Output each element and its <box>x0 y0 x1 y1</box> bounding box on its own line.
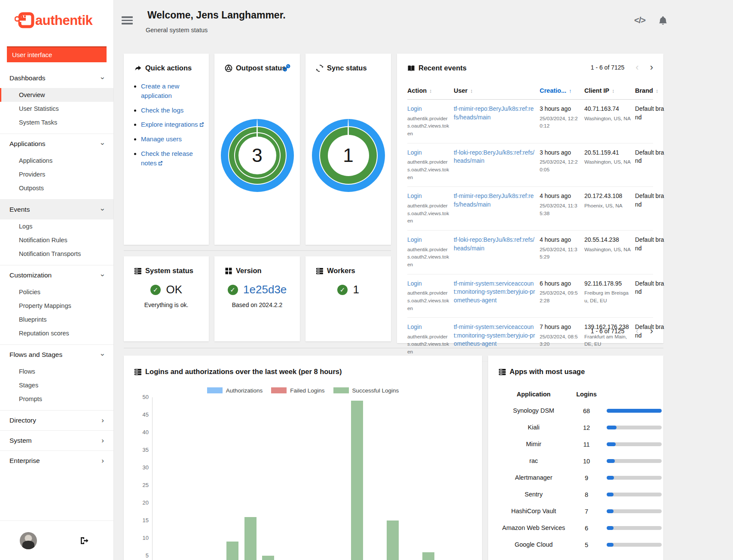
version-detail: Based on 2024.2.2 <box>214 301 300 308</box>
sidebar-section: Applications › Applications Providers Ou… <box>0 134 113 199</box>
quick-action-item: Check the logs <box>141 106 205 115</box>
sort-icon[interactable]: ↕ <box>656 88 658 94</box>
pagination-prev-icon[interactable]: ‹ <box>635 328 638 334</box>
events-table-header: Action↕User↕Creatio...↑Client IP↕Brand↕ <box>407 83 653 100</box>
workers-title: Workers <box>327 267 355 275</box>
sort-icon[interactable]: ↕ <box>470 88 473 94</box>
event-action-link[interactable]: Login <box>407 237 422 243</box>
sidebar-section-directory[interactable]: Directory › <box>0 411 113 430</box>
share-arrow-icon <box>134 64 142 72</box>
version-card: Version ✓ 1e25d3e Based on 2024.2.2 <box>214 256 300 341</box>
sidebar-item-outposts[interactable]: Outposts <box>0 181 113 195</box>
sidebar-section-flows-and-stages[interactable]: Flows and Stages › <box>0 345 113 365</box>
user-avatar[interactable] <box>20 532 37 549</box>
sidebar-section-events[interactable]: Events › <box>0 200 113 219</box>
sidebar-item-applications[interactable]: Applications <box>0 154 113 167</box>
column-header-user[interactable]: User↕ <box>454 83 536 99</box>
sidebar-section-dashboards[interactable]: Dashboards › <box>0 68 113 88</box>
y-tick-label: 10 <box>130 535 149 541</box>
sort-icon[interactable]: ↕ <box>612 88 614 94</box>
event-action-link[interactable]: Login <box>407 280 422 287</box>
sync-count: 1 <box>312 119 385 192</box>
apps-column-application: Application <box>495 391 572 398</box>
quick-action-link[interactable]: Check the release notes <box>141 150 193 167</box>
event-time-ago: 3 hours ago <box>540 106 571 112</box>
event-user-link[interactable]: tf-mimir-repo:BeryJu/k8s:ref:refs/heads/… <box>454 106 534 121</box>
sidebar-item-policies[interactable]: Policies <box>0 285 113 299</box>
api-code-icon[interactable]: </> <box>634 15 645 25</box>
event-row: Loginauthentik.providers.oauth2.views.to… <box>407 318 653 362</box>
events-pagination-bottom: 1 - 6 of 7125 ‹ › <box>591 328 653 335</box>
recent-events-title: Recent events <box>418 64 467 72</box>
pagination-next-icon[interactable]: › <box>650 328 653 334</box>
sidebar-item-logs[interactable]: Logs <box>0 219 113 233</box>
events-pagination-top: 1 - 6 of 7125 ‹ › <box>591 64 653 71</box>
event-location: Washington, US, NA <box>584 158 631 166</box>
outpost-icon <box>225 64 232 72</box>
chevron-icon: › <box>101 274 105 277</box>
sidebar-item-property-mappings[interactable]: Property Mappings <box>0 299 113 313</box>
event-client-ip: 20.55.14.238 <box>584 237 619 243</box>
sort-icon[interactable]: ↕ <box>429 88 432 94</box>
successful-logins-bar <box>387 520 399 560</box>
outpost-status-title: Outpost status <box>236 64 286 72</box>
sidebar-section-applications[interactable]: Applications › <box>0 134 113 154</box>
pagination-next-icon[interactable]: › <box>650 64 653 70</box>
sidebar-item-stages[interactable]: Stages <box>0 378 113 392</box>
version-value[interactable]: 1e25d3e <box>243 283 287 296</box>
app-name: Alertmanager <box>495 472 572 484</box>
sidebar-item-notification-transports[interactable]: Notification Transports <box>0 247 113 261</box>
quick-action-link[interactable]: Check the logs <box>141 107 183 114</box>
quick-action-link[interactable]: Manage users <box>141 135 182 143</box>
event-user-link[interactable]: tf-mimir-system:serviceaccount:monitorin… <box>454 324 535 347</box>
user-interface-button[interactable]: User interface <box>7 46 107 62</box>
sidebar-item-notification-rules[interactable]: Notification Rules <box>0 233 113 247</box>
app-login-count: 7 <box>572 508 601 515</box>
sidebar-item-flows[interactable]: Flows <box>0 365 113 378</box>
sidebar-item-reputation-scores[interactable]: Reputation scores <box>0 326 113 340</box>
sort-asc-icon[interactable]: ↑ <box>569 88 572 94</box>
column-header-creatio-[interactable]: Creatio...↑ <box>540 83 581 99</box>
chevron-icon: › <box>101 418 104 423</box>
chevron-icon: › <box>101 143 105 145</box>
event-action-link[interactable]: Login <box>407 193 422 199</box>
event-user-link[interactable]: tf-mimir-system:serviceaccount:monitorin… <box>454 280 535 304</box>
external-link-chain-icon[interactable] <box>283 64 290 72</box>
quick-action-link[interactable]: Explore integrations <box>141 121 198 128</box>
sidebar: authentik User interface Dashboards › Ov… <box>0 0 114 560</box>
sidebar-item-providers[interactable]: Providers <box>0 167 113 181</box>
logout-icon[interactable] <box>80 536 89 545</box>
event-user-link[interactable]: tf-loki-repo:BeryJu/k8s:ref:refs/heads/m… <box>454 237 534 252</box>
event-action-detail: authentik.providers.oauth2.views.token <box>407 115 449 138</box>
event-action-link[interactable]: Login <box>407 149 422 156</box>
hamburger-menu-icon[interactable] <box>122 16 133 25</box>
sidebar-section-enterprise[interactable]: Enterprise › <box>0 451 113 471</box>
event-user-link[interactable]: tf-loki-repo:BeryJu/k8s:ref:refs/heads/m… <box>454 149 534 164</box>
event-action-link[interactable]: Login <box>407 324 422 330</box>
column-header-action[interactable]: Action↕ <box>407 83 450 99</box>
pagination-prev-icon[interactable]: ‹ <box>635 64 638 70</box>
event-action-link[interactable]: Login <box>407 106 422 112</box>
sidebar-item-prompts[interactable]: Prompts <box>0 392 113 406</box>
sidebar-section-system[interactable]: System › <box>0 431 113 450</box>
event-user-link[interactable]: tf-mimir-repo:BeryJu/k8s:ref:refs/heads/… <box>454 193 534 208</box>
app-usage-row: Kiali12 <box>495 419 651 436</box>
sidebar-item-user-statistics[interactable]: User Statistics <box>0 102 113 116</box>
quick-action-link[interactable]: Create a new application <box>141 82 179 99</box>
sidebar-section-customization[interactable]: Customization › <box>0 265 113 285</box>
chevron-icon: › <box>101 459 104 463</box>
event-action-detail: authentik.providers.oauth2.views.token <box>407 158 449 181</box>
sidebar-item-blueprints[interactable]: Blueprints <box>0 313 113 326</box>
event-timestamp: 25/03/2024, 11:35:29 <box>540 246 580 261</box>
column-header-brand[interactable]: Brand↕ <box>635 83 667 99</box>
logo-text: authentik <box>35 13 92 28</box>
event-location: Phoenix, US, NA <box>584 202 631 210</box>
y-tick-label: 35 <box>130 447 149 453</box>
app-name: Google Cloud <box>495 539 572 551</box>
notifications-bell-icon[interactable] <box>658 15 668 26</box>
column-header-client-ip[interactable]: Client IP↕ <box>584 83 632 99</box>
app-login-count: 11 <box>572 441 601 448</box>
sidebar-item-system-tasks[interactable]: System Tasks <box>0 116 113 129</box>
app-usage-row: Sentry8 <box>495 486 651 503</box>
sidebar-item-overview[interactable]: Overview <box>0 88 113 102</box>
